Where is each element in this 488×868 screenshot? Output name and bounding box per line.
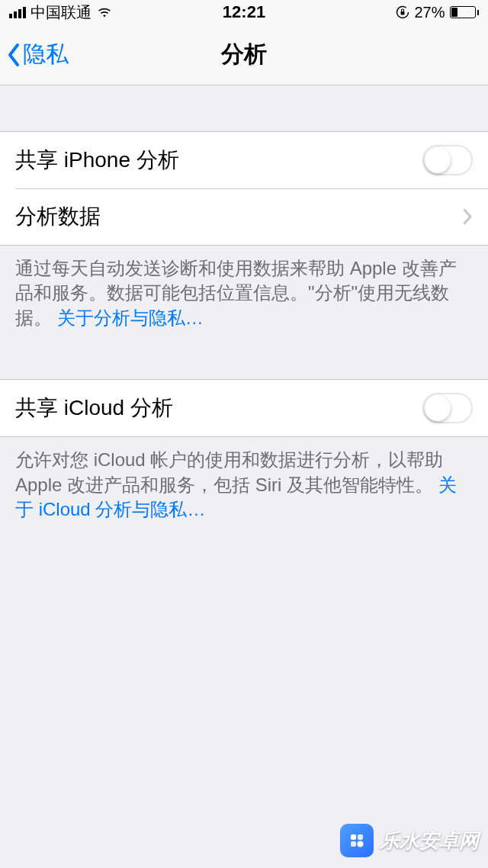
group2-footer-text: 允许对您 iCloud 帐户的使用和数据进行分析，以帮助 Apple 改进产品和…: [15, 449, 443, 494]
battery-percent: 27%: [414, 4, 445, 21]
share-icloud-analytics-switch[interactable]: [422, 393, 473, 423]
share-iphone-analytics-switch[interactable]: [422, 145, 473, 175]
share-iphone-analytics-row[interactable]: 共享 iPhone 分析: [0, 132, 488, 188]
chevron-right-icon: [462, 207, 473, 226]
group-icloud-analytics: 共享 iCloud 分析: [0, 379, 488, 437]
nav-bar: 隐私 分析: [0, 24, 488, 85]
watermark-logo-icon: [340, 824, 374, 857]
watermark: 乐水安卓网: [340, 824, 479, 857]
group-iphone-analytics: 共享 iPhone 分析 分析数据: [0, 131, 488, 246]
back-button[interactable]: 隐私: [6, 39, 69, 70]
back-label: 隐私: [23, 39, 69, 70]
battery-icon: [450, 6, 480, 18]
watermark-text: 乐水安卓网: [380, 828, 479, 854]
status-bar: 中国联通 12:21 27%: [0, 0, 488, 24]
group1-footer: 通过每天自动发送诊断和使用数据来帮助 Apple 改善产品和服务。数据可能包括位…: [0, 246, 488, 341]
about-analytics-privacy-link[interactable]: 关于分析与隐私…: [57, 307, 204, 328]
page-title: 分析: [221, 39, 267, 70]
svg-rect-4: [351, 841, 356, 847]
share-icloud-analytics-label: 共享 iCloud 分析: [15, 394, 422, 423]
carrier-label: 中国联通: [30, 2, 92, 23]
svg-point-5: [358, 841, 364, 847]
chevron-left-icon: [6, 43, 21, 67]
status-time: 12:21: [223, 2, 265, 22]
signal-icon: [9, 7, 26, 18]
wifi-icon: [96, 5, 113, 19]
svg-rect-1: [401, 11, 405, 15]
analytics-data-label: 分析数据: [15, 202, 462, 231]
share-icloud-analytics-row[interactable]: 共享 iCloud 分析: [0, 380, 488, 436]
svg-rect-2: [351, 834, 356, 840]
svg-rect-3: [358, 834, 363, 840]
share-iphone-analytics-label: 共享 iPhone 分析: [15, 146, 422, 175]
analytics-data-row[interactable]: 分析数据: [0, 188, 488, 245]
rotation-lock-icon: [396, 5, 409, 19]
group2-footer: 允许对您 iCloud 帐户的使用和数据进行分析，以帮助 Apple 改进产品和…: [0, 437, 488, 532]
